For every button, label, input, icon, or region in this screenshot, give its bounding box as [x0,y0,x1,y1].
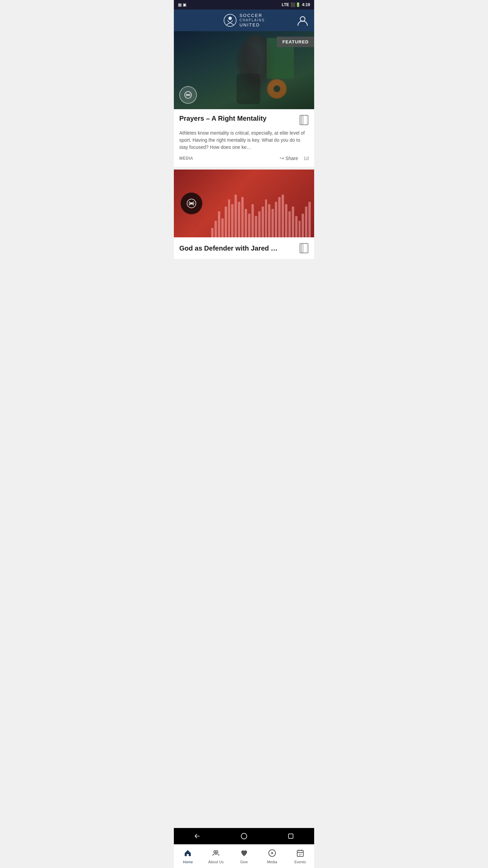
podcast-audio-button[interactable] [181,193,202,214]
status-bar-left: ▦ ▣ [178,2,186,7]
waveform-bar [295,216,298,237]
featured-badge: FEATURED [277,37,314,47]
waveform-bar [282,195,284,237]
article-title-row: Prayers – A Right Mentality [179,115,309,125]
svg-point-8 [273,85,280,92]
podcast-info: God as Defender with Jared … [174,237,314,259]
waveform-bar [292,206,294,237]
waveform-bar [245,209,247,237]
article-category: MEDIA [179,156,193,161]
share-button[interactable]: ↪ Share Share Id [280,155,298,161]
waveform-bar [271,209,274,237]
svg-rect-18 [301,243,307,253]
waveform-bar [258,211,261,237]
waveform-bar [218,211,220,237]
svg-point-1 [228,17,232,20]
waveform-bar [265,199,267,237]
svg-line-3 [230,20,233,23]
svg-rect-6 [237,74,260,104]
article-title: Prayers – A Right Mentality [179,115,295,122]
podcast-bookmark-icon[interactable] [299,243,309,254]
status-bar-right: LTE ⬛🔋 4:19 [282,2,310,7]
svg-point-5 [237,46,260,77]
waveform-bar [278,197,281,237]
bookmark-icon[interactable] [299,115,309,125]
waveform-bar [268,204,270,237]
svg-line-2 [227,20,230,23]
app-header: SOCCER CHAPLAINS UNITED [174,9,314,31]
article-description: Athletes know mentality is critical, esp… [179,130,309,151]
waveform-bar [288,211,291,237]
waveform-bar [299,221,301,237]
svg-point-10 [187,94,189,96]
waveform-bar [305,206,307,237]
waveform-bar [241,197,244,237]
waveform-bar [255,216,257,237]
waveform-bar [235,195,237,237]
profile-icon[interactable] [297,14,309,26]
svg-point-0 [224,14,236,26]
battery-indicator: ⬛🔋 [290,2,301,7]
article-time: 1d [303,156,309,161]
logo-text: SOCCER CHAPLAINS UNITED [240,13,265,27]
waveform-bar [251,204,254,237]
waveform-visualization [208,170,314,237]
article-card-1: Prayers – A Right Mentality Athletes kno… [174,109,314,170]
waveform-bar [225,206,227,237]
notification-icons: ▦ ▣ [178,2,186,7]
logo: SOCCER CHAPLAINS UNITED [223,13,265,27]
article-actions: ↪ Share Share Id 1d [280,155,309,161]
svg-point-4 [300,17,305,21]
svg-rect-12 [301,115,307,125]
waveform-bar [275,202,277,237]
share-arrow-icon: ↪ [280,155,284,161]
logo-icon [223,14,237,27]
waveform-bar [308,202,311,237]
podcast-card: God as Defender with Jared … [174,170,314,262]
podcast-image [174,170,314,237]
article-meta: MEDIA ↪ Share Share Id 1d [179,155,309,161]
featured-image-section: FEATURED [174,31,314,109]
waveform-bar [285,204,287,237]
waveform-bar [248,214,250,237]
waveform-bar [211,228,214,237]
signal-indicator: LTE [282,2,289,7]
waveform-bar [215,221,217,237]
svg-point-16 [190,202,192,204]
share-label: Share [285,156,298,161]
podcast-title: God as Defender with Jared … [179,244,295,252]
waveform-bar [221,218,224,237]
status-bar: ▦ ▣ LTE ⬛🔋 4:19 [174,0,314,9]
featured-audio-button[interactable] [179,86,197,104]
main-content: FEATURED Prayers – A Right Mentality Ath… [174,31,314,302]
waveform-bar [231,204,233,237]
waveform-bar [238,202,240,237]
clock: 4:19 [302,2,310,7]
waveform-bar [302,214,304,237]
waveform-bar [228,199,230,237]
waveform-bar [262,206,264,237]
podcast-title-row: God as Defender with Jared … [179,243,309,254]
